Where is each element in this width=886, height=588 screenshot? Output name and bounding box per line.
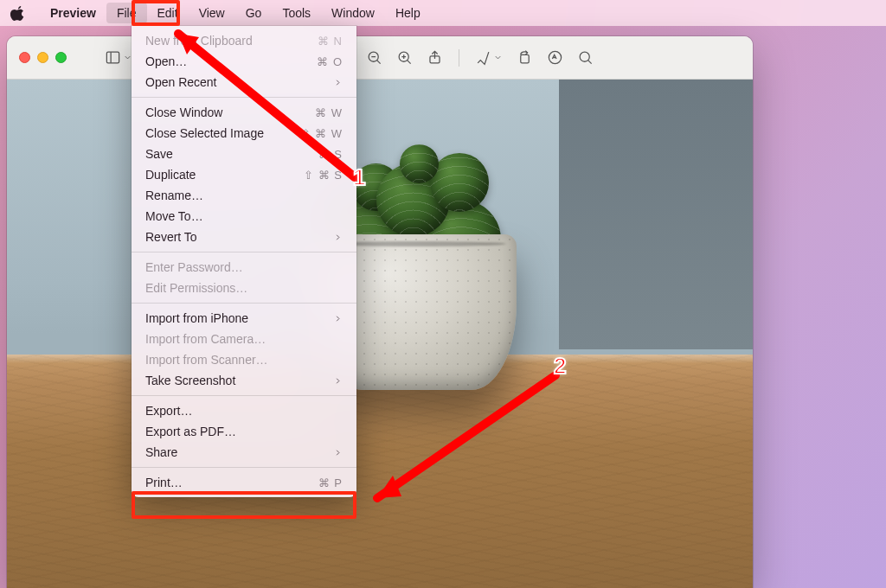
menu-edit[interactable]: Edit bbox=[147, 3, 189, 23]
menu-item-export-as-pdf[interactable]: Export as PDF… bbox=[132, 421, 356, 442]
highlight-dropdown[interactable] bbox=[475, 49, 503, 66]
menu-item-import-from-scanner: Import from Scanner… bbox=[132, 349, 356, 370]
menu-item-label: Export… bbox=[145, 404, 192, 418]
menu-item-label: Move To… bbox=[145, 209, 203, 223]
menu-item-shortcut: ⌘ P bbox=[318, 476, 343, 489]
menu-item-label: Enter Password… bbox=[145, 260, 243, 274]
menu-item-open[interactable]: Open…⌘ O bbox=[132, 51, 356, 72]
rotate-icon[interactable] bbox=[517, 49, 533, 66]
menu-go[interactable]: Go bbox=[235, 3, 273, 23]
menu-item-label: Import from Camera… bbox=[145, 332, 266, 346]
menu-separator bbox=[132, 467, 356, 468]
menu-item-label: New from Clipboard bbox=[145, 34, 253, 48]
menu-item-open-recent[interactable]: Open Recent bbox=[132, 72, 356, 93]
chevron-right-icon bbox=[333, 376, 343, 386]
menu-item-label: Edit Permissions… bbox=[145, 281, 247, 295]
menu-item-label: Import from Scanner… bbox=[145, 353, 268, 367]
menu-item-revert-to[interactable]: Revert To bbox=[132, 227, 356, 247]
zoom-in-icon[interactable] bbox=[396, 49, 413, 66]
menu-item-label: Close Window bbox=[145, 105, 222, 119]
menu-item-shortcut: ⌘ O bbox=[317, 55, 343, 68]
menu-item-label: Close Selected Image bbox=[145, 126, 264, 140]
menu-item-label: Save bbox=[145, 147, 173, 161]
menu-help[interactable]: Help bbox=[385, 3, 431, 23]
share-icon[interactable] bbox=[427, 49, 443, 66]
menu-item-close-selected-image[interactable]: Close Selected Image⇧ ⌘ W bbox=[132, 123, 356, 144]
highlight-icon bbox=[475, 49, 491, 66]
chevron-right-icon bbox=[333, 448, 343, 457]
preview-window bbox=[7, 36, 753, 588]
menu-item-label: Open Recent bbox=[145, 75, 217, 89]
menu-item-shortcut: ⌘ N bbox=[318, 35, 343, 48]
menu-item-shortcut: ⇧ ⌘ W bbox=[301, 127, 343, 140]
menu-item-label: Rename… bbox=[145, 189, 203, 202]
window-minimize-button[interactable] bbox=[37, 52, 48, 63]
menu-item-shortcut: ⌘ W bbox=[315, 106, 343, 119]
menu-file[interactable]: File bbox=[106, 3, 147, 23]
menu-item-new-from-clipboard: New from Clipboard⌘ N bbox=[132, 30, 356, 51]
window-maximize-button[interactable] bbox=[55, 52, 67, 63]
menu-item-rename[interactable]: Rename… bbox=[132, 185, 356, 206]
menu-item-share[interactable]: Share bbox=[132, 442, 356, 463]
menu-separator bbox=[132, 97, 356, 98]
sidebar-icon bbox=[105, 49, 121, 66]
chevron-right-icon bbox=[333, 233, 343, 242]
menu-item-import-from-iphone[interactable]: Import from iPhone bbox=[132, 308, 356, 329]
menu-item-label: Print… bbox=[145, 476, 183, 489]
menu-separator bbox=[132, 252, 356, 252]
menu-item-shortcut: ⇧ ⌘ S bbox=[304, 169, 343, 182]
svg-point-15 bbox=[580, 52, 589, 61]
menu-item-label: Import from iPhone bbox=[145, 311, 248, 325]
svg-line-7 bbox=[377, 61, 381, 64]
window-close-button[interactable] bbox=[19, 52, 30, 63]
app-name[interactable]: Preview bbox=[40, 3, 106, 23]
markup-icon[interactable] bbox=[547, 49, 563, 66]
menu-item-take-screenshot[interactable]: Take Screenshot bbox=[132, 370, 356, 391]
file-menu-dropdown: New from Clipboard⌘ NOpen…⌘ OOpen Recent… bbox=[132, 26, 356, 497]
image-viewport bbox=[7, 80, 753, 588]
menu-item-print[interactable]: Print…⌘ P bbox=[132, 472, 356, 493]
chevron-right-icon bbox=[333, 314, 343, 323]
menu-item-export[interactable]: Export… bbox=[132, 400, 356, 421]
apple-logo-icon bbox=[10, 5, 26, 21]
macos-menu-bar: Preview File Edit View Go Tools Window H… bbox=[0, 0, 886, 26]
menu-item-edit-permissions: Edit Permissions… bbox=[132, 278, 356, 298]
svg-line-11 bbox=[408, 61, 411, 64]
menu-separator bbox=[132, 303, 356, 304]
menu-item-label: Open… bbox=[145, 54, 187, 68]
menu-item-shortcut: ⌘ S bbox=[318, 148, 343, 161]
menu-item-label: Share bbox=[145, 445, 177, 459]
menu-item-label: Export as PDF… bbox=[145, 425, 236, 438]
menu-item-save[interactable]: Save⌘ S bbox=[132, 144, 356, 164]
search-icon[interactable] bbox=[577, 49, 594, 66]
menu-item-label: Duplicate bbox=[145, 168, 196, 182]
menu-window[interactable]: Window bbox=[321, 3, 385, 23]
menu-item-move-to[interactable]: Move To… bbox=[132, 206, 356, 227]
svg-rect-0 bbox=[106, 52, 119, 63]
menu-separator bbox=[132, 395, 356, 396]
menu-item-close-window[interactable]: Close Window⌘ W bbox=[132, 102, 356, 123]
zoom-out-icon[interactable] bbox=[366, 49, 382, 66]
chevron-down-icon bbox=[493, 53, 503, 62]
chevron-right-icon bbox=[333, 78, 343, 87]
svg-rect-13 bbox=[521, 54, 530, 63]
menu-tools[interactable]: Tools bbox=[272, 3, 321, 23]
menu-item-enter-password: Enter Password… bbox=[132, 257, 356, 278]
sidebar-toggle[interactable] bbox=[105, 49, 132, 66]
window-titlebar bbox=[7, 36, 753, 80]
svg-line-16 bbox=[588, 61, 592, 64]
menu-view[interactable]: View bbox=[189, 3, 235, 23]
menu-item-label: Take Screenshot bbox=[145, 374, 235, 387]
menu-item-label: Revert To bbox=[145, 230, 197, 244]
menu-item-duplicate[interactable]: Duplicate⇧ ⌘ S bbox=[132, 164, 356, 185]
menu-item-import-from-camera: Import from Camera… bbox=[132, 329, 356, 349]
